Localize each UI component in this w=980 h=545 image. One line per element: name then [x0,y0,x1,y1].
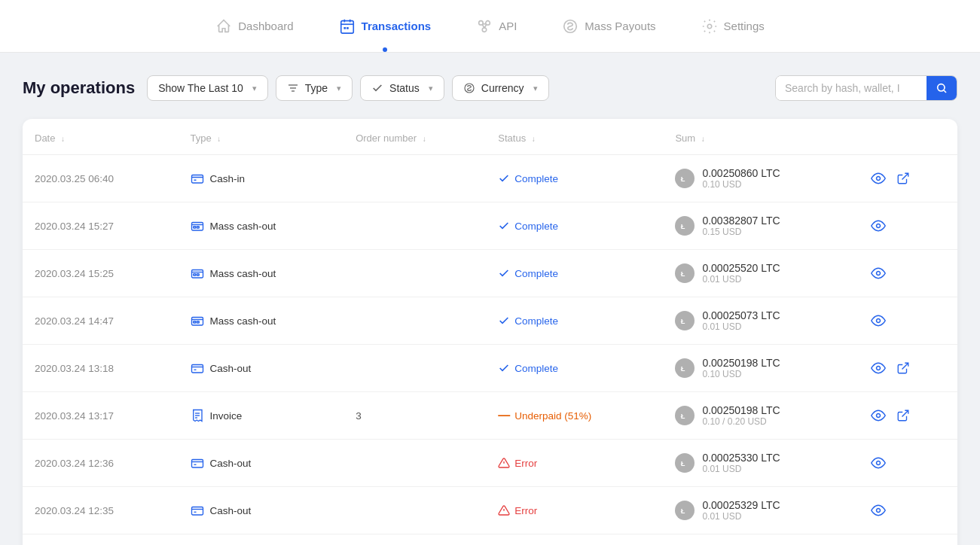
ltc-icon: Ł [675,501,695,520]
view-button[interactable] [869,169,887,187]
status-label: Status [389,82,420,94]
cell-type: Cash-out [179,487,344,534]
main-amount: 0.00025073 LTC [702,309,780,321]
svg-point-18 [938,84,945,91]
status-error: Error [498,457,651,469]
litecoin-symbol: Ł [679,363,690,373]
sort-sum-icon: ↓ [701,135,705,143]
type-dropdown[interactable]: Type ▾ [276,75,353,101]
sum-values: 0.00250198 LTC 0.10 USD [702,357,780,379]
invoice-icon [191,409,204,422]
ltc-icon: Ł [675,453,695,473]
cell-type: Mass cash-out [179,250,344,297]
search-icon [936,82,948,94]
svg-point-54 [877,414,881,418]
ltc-icon: Ł [675,263,695,283]
cell-order [343,534,486,546]
sum-values: 0.00382807 LTC 0.15 USD [702,215,780,237]
cell-date: 2020.03.24 12:35 [23,487,179,534]
table-row: 2020.03.24 13:18Cash-out Complete Ł 0.00… [23,345,957,392]
nav-label-api: API [499,20,517,32]
nav-item-settings[interactable]: Settings [701,2,765,51]
svg-line-55 [902,410,908,416]
external-link-icon [896,361,910,375]
cell-date: 2020.03.24 15:27 [23,202,179,250]
status-error: Error [498,504,651,516]
sum-values: 0.00025330 LTC 0.01 USD [702,452,780,474]
status-dropdown[interactable]: Status ▾ [360,75,444,101]
search-button[interactable] [927,76,957,100]
nav-item-api[interactable]: API [476,2,517,51]
usd-amount: 0.01 USD [702,274,780,285]
nav-label-transactions: Transactions [362,20,432,32]
col-date[interactable]: Date ↓ [23,119,179,155]
svg-point-24 [877,177,881,181]
view-button[interactable] [869,264,887,282]
cell-status: Complete [486,297,663,345]
cell-order: 3 [343,392,486,440]
checkmark-icon [498,172,510,184]
col-type[interactable]: Type ↓ [179,119,344,155]
cell-type: Invoice [179,392,344,440]
table-header-row: Date ↓ Type ↓ Order number ↓ Status [23,119,957,155]
view-button[interactable] [869,406,887,425]
usd-amount: 0.01 USD [702,321,780,332]
usd-amount: 0.10 / 0.20 USD [702,416,780,427]
view-button[interactable] [869,217,887,235]
svg-point-37 [877,272,881,276]
external-link-button[interactable] [895,170,911,187]
nav-item-dashboard[interactable]: Dashboard [215,2,293,51]
type-label: Cash-out [210,505,252,516]
show-last-label: Show The Last 10 [158,82,243,94]
svg-rect-63 [191,507,203,516]
cell-order [343,440,486,487]
cell-date: 2020.03.25 06:40 [23,155,179,202]
main-content: My operations Show The Last 10 ▾ Type ▾ … [0,53,980,545]
currency-dropdown[interactable]: Currency ▾ [452,75,549,101]
nav-item-transactions[interactable]: Transactions [339,2,432,51]
sort-status-icon: ↓ [532,135,536,143]
cell-order [343,155,486,202]
page-header: My operations Show The Last 10 ▾ Type ▾ … [23,75,957,101]
nav-item-mass-payouts[interactable]: Mass Payouts [562,2,655,51]
type-label: Cash-in [210,173,246,184]
top-navigation: Dashboard Transactions API Mass Payouts [0,0,980,53]
cell-actions [857,345,957,392]
operations-table-card: Date ↓ Type ↓ Order number ↓ Status [23,119,957,545]
ltc-icon: Ł [675,216,695,236]
cell-sum: Ł 0.00025339 LTC 0.01 USD [663,534,857,546]
svg-rect-29 [197,227,199,228]
sum-cell: Ł 0.00025329 LTC 0.01 USD [675,499,845,522]
cell-order [343,202,486,250]
type-label: Mass cash-out [210,268,276,279]
cell-status: Complete [486,202,663,250]
litecoin-symbol: Ł [679,458,690,468]
svg-line-25 [902,173,908,179]
sort-type-icon: ↓ [217,135,221,143]
usd-amount: 0.10 USD [702,369,780,379]
external-link-button[interactable] [895,407,911,424]
svg-point-43 [877,319,881,323]
col-status[interactable]: Status ↓ [486,119,663,155]
show-last-dropdown[interactable]: Show The Last 10 ▾ [147,75,268,101]
ltc-icon: Ł [675,358,695,378]
table-row: 2020.03.24 12:35Cash-out Error Ł 0.00025… [23,487,957,534]
warning-icon [498,504,510,516]
status-complete: Complete [498,267,651,279]
col-sum[interactable]: Sum ↓ [663,119,857,155]
check-icon [371,82,383,94]
external-link-button[interactable] [895,360,911,376]
sum-values: 0.00025520 LTC 0.01 USD [702,262,780,285]
calendar-icon [339,18,356,35]
sort-order-icon: ↓ [423,135,426,143]
view-button[interactable] [869,454,887,472]
view-button[interactable] [869,501,887,519]
filter-row: Show The Last 10 ▾ Type ▾ Status ▾ [147,75,957,101]
view-button[interactable] [869,312,887,330]
search-input[interactable] [776,76,927,100]
currency-label: Currency [481,82,524,94]
actions-cell [869,264,945,282]
view-button[interactable] [869,359,887,377]
col-order[interactable]: Order number ↓ [343,119,486,155]
cell-sum: Ł 0.00025520 LTC 0.01 USD [663,250,857,297]
